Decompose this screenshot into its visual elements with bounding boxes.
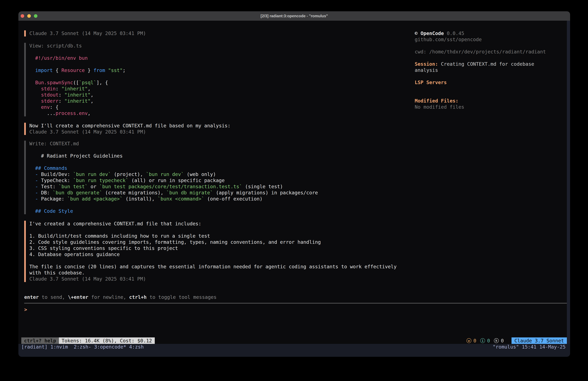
text-token: The file is concise (20 lines) and captu… [29, 264, 397, 269]
terminal-right-gutter [567, 21, 570, 344]
text-token: \+enter [68, 294, 88, 300]
help-shortcut-badge: ctrl+? help [21, 337, 59, 344]
message-line: Bun.spawnSync([`psql`], { [29, 80, 126, 86]
modified-files-empty: No modified files [415, 104, 553, 110]
message-line [29, 257, 397, 264]
text-token: Resource [62, 67, 85, 73]
text-token: to toggle tool messages [147, 294, 216, 300]
diagnostics: w0i0h0 [466, 338, 504, 344]
message-line: Now I'll create a comprehensive CONTEXT.… [29, 123, 231, 129]
text-token: `bun run dev` [146, 171, 184, 177]
message-line: I've created a comprehensive CONTEXT.md … [29, 221, 397, 227]
text-token: Now I'll create a comprehensive CONTEXT.… [29, 123, 231, 129]
input-separator [24, 303, 567, 304]
text-token: (one-off execution) [204, 196, 263, 202]
session-label: Session: [415, 61, 438, 67]
message-line: The file is concise (20 lines) and captu… [29, 264, 397, 270]
minimize-button[interactable] [27, 14, 31, 18]
message-line: stdin: "inherit", [29, 86, 126, 92]
text-token: - [29, 178, 41, 183]
text-token: Test: [41, 184, 58, 189]
message-line: Claude 3.7 Sonnet (14 May 2025 03:41 PM) [29, 129, 231, 135]
message-line: 4. Database operations guidance [29, 251, 397, 257]
text-token: (single test) [242, 184, 283, 189]
text-token: from [93, 67, 105, 73]
text-token: ## Commands [29, 165, 67, 171]
message-line: stdout: "inherit", [29, 92, 126, 98]
traffic-lights [21, 11, 38, 21]
text-token [29, 80, 35, 85]
text-token: ; [123, 67, 126, 73]
message-line: # Radiant Project Guidelines [29, 153, 318, 159]
tmux-host-time: "romulus" 15:41 14-May-25 [493, 344, 566, 350]
text-token [29, 86, 41, 91]
modified-files-header: Modified Files: [415, 98, 553, 104]
tmux-session-windows[interactable]: [radiant] 1:nvim 2:zsh- 3:opencode* 4:zs… [21, 344, 144, 350]
text-token: (install), [123, 196, 158, 202]
text-token: #!/usr/bin/env bun [29, 55, 88, 61]
app-logo-icon: © [415, 30, 418, 36]
text-token [29, 92, 41, 98]
text-token [29, 98, 41, 104]
message-line: env: { [29, 104, 126, 110]
zoom-button[interactable] [34, 14, 38, 18]
message-line: Claude 3.7 Sonnet (14 May 2025 03:41 PM) [29, 276, 397, 282]
sidebar: © OpenCode 0.0.45 github.com/sst/opencod… [415, 30, 553, 110]
text-token: I've created a comprehensive CONTEXT.md … [29, 221, 201, 226]
text-token: "inherit" [62, 86, 88, 91]
text-token: } [85, 67, 93, 73]
text-token: 1. Build/lint/test commands including ho… [29, 233, 210, 239]
diagnostic-count: 0 [473, 338, 476, 344]
model-badge: Claude 3.7 Sonnet [511, 337, 567, 344]
close-button[interactable] [21, 14, 24, 18]
text-token: with this codebase. [29, 270, 85, 276]
text-token: , [88, 86, 90, 91]
text-token: stdin [41, 86, 56, 91]
text-token: Claude 3.7 Sonnet (14 May 2025 03:41 PM) [29, 129, 146, 135]
text-token: enter [24, 294, 39, 300]
message-line [29, 49, 126, 55]
info-count: i0 [480, 338, 490, 344]
text-token: (apply migrations) in packages/core [213, 190, 318, 196]
message-block: Write: CONTEXT.md # Radiant Project Guid… [24, 141, 318, 214]
text-token: `bun db generate` [53, 190, 102, 196]
text-token: `bun test` [59, 184, 88, 189]
message-line: 1. Build/lint/test commands including ho… [29, 233, 397, 239]
message-line: View: script/db.ts [29, 43, 126, 49]
text-token: stdout [41, 92, 58, 98]
text-token: "sst" [108, 67, 123, 73]
text-token [105, 67, 108, 73]
message-line: - Build/Dev: `bun run dev` (project), `b… [29, 171, 318, 178]
window-title: [2/3] radiant:3:opencode - "romulus" [261, 14, 328, 18]
text-token: (web only) [184, 171, 216, 177]
text-token: `psql` [79, 80, 96, 85]
message-line [29, 227, 397, 233]
composer-help: enter to send, \+enter for newline, ctrl… [24, 294, 216, 300]
text-token: ## Code Style [29, 208, 73, 214]
text-token: `bun run typecheck` [73, 178, 128, 183]
diagnostic-count: 0 [487, 338, 490, 344]
h-diagnostic-icon: h [494, 338, 499, 343]
message-line: - TypeCheck: `bun run typecheck` (all) o… [29, 178, 318, 183]
text-token: stderr [41, 98, 58, 104]
message-line: import { Resource } from "sst"; [29, 67, 126, 73]
text-token: 3. CSS styling conventions specific to t… [29, 246, 178, 251]
text-token: , [90, 98, 93, 104]
titlebar[interactable]: [2/3] radiant:3:opencode - "romulus" [18, 11, 570, 21]
text-token: ], { [96, 80, 108, 85]
text-token: Build/Dev: [41, 171, 73, 177]
text-token: Claude 3.7 Sonnet (14 May 2025 03:41 PM) [29, 30, 146, 36]
text-token: # Radiant Project Guidelines [29, 153, 123, 159]
text-token: ctrl+h [129, 294, 147, 300]
text-token: : { [50, 104, 58, 110]
message-line: stderr: "inherit", [29, 98, 126, 104]
message-input[interactable]: > [24, 307, 563, 313]
text-token: View: script/db.ts [29, 43, 82, 49]
text-token: `bun add <package>` [67, 196, 123, 202]
message-block: Now I'll create a comprehensive CONTEXT.… [24, 123, 231, 135]
opencode-status-bar: ctrl+? help Tokens: 16.4K (8%), Cost: $0… [18, 337, 567, 344]
text-token: "inherit" [64, 92, 91, 98]
text-token: Claude 3.7 Sonnet (14 May 2025 03:41 PM) [29, 276, 146, 282]
app-header: © OpenCode 0.0.45 [415, 30, 553, 37]
text-token [29, 67, 35, 73]
